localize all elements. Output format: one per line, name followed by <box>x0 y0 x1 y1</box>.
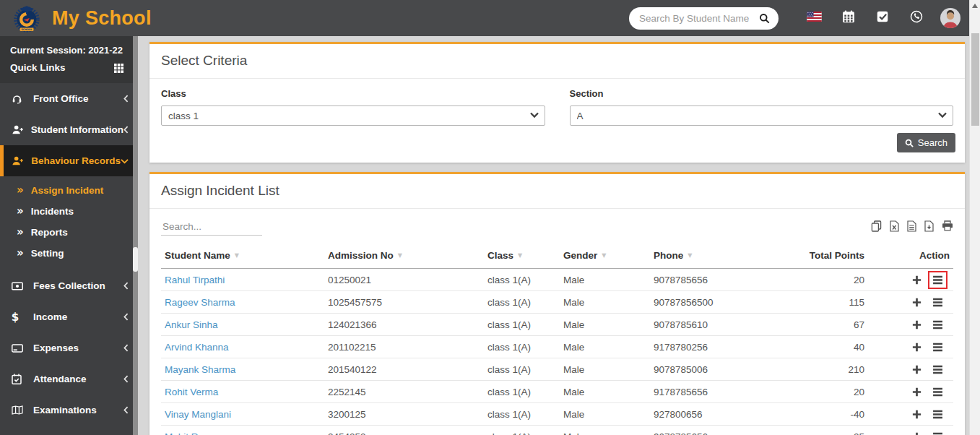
calendar-button[interactable] <box>831 10 865 26</box>
table-row: Rahul Tirpathi01250021class 1(A)Male9078… <box>161 269 953 291</box>
assign-incident-plus-button[interactable] <box>912 298 922 307</box>
action-cell <box>868 358 953 381</box>
export-copy-button[interactable] <box>871 220 882 232</box>
sidebar-item-online-examinations[interactable]: Online Examinations <box>0 426 138 435</box>
incident-menu-button[interactable] <box>932 365 943 374</box>
sidebar-scrollbar-thumb[interactable] <box>133 247 138 272</box>
column-header-admission-no[interactable]: Admission No▼ <box>324 243 484 269</box>
student-search-input[interactable] <box>638 12 759 25</box>
table-row: Rageev Sharma1025457575class 1(A)Male907… <box>161 291 953 314</box>
quick-links-label: Quick Links <box>10 59 66 77</box>
search-button[interactable]: Search <box>897 133 955 152</box>
class-cell: class 1(A) <box>484 381 560 403</box>
student-name-link[interactable]: Rageev Sharma <box>161 291 324 314</box>
chevron-left-icon <box>123 282 129 290</box>
sidebar-item-front-office[interactable]: Front Office <box>0 83 138 114</box>
assign-incident-plus-button[interactable] <box>912 275 922 285</box>
student-name-link[interactable]: Mayank Sharma <box>161 358 324 381</box>
sidebar-item-fees-collection[interactable]: Fees Collection <box>0 270 138 301</box>
total-points-cell: 25 <box>802 426 868 435</box>
class-cell: class 1(A) <box>484 291 560 314</box>
column-header-total-points: Total Points <box>802 243 868 269</box>
table-row: Mayank Sharma201540122class 1(A)Male9078… <box>161 358 953 381</box>
front-office-icon <box>12 93 33 104</box>
student-name-link[interactable]: Arvind Khanna <box>161 336 324 358</box>
incident-menu-button[interactable] <box>932 343 943 352</box>
export-pdf-button[interactable] <box>924 220 934 232</box>
incident-menu-button[interactable] <box>932 320 943 330</box>
action-cell <box>868 314 953 336</box>
student-name-link[interactable]: Rahul Tirpathi <box>161 269 324 291</box>
incident-menu-button[interactable] <box>932 387 943 397</box>
sidebar-subitem-setting[interactable]: »Setting <box>0 243 138 264</box>
assign-incident-plus-button[interactable] <box>912 410 922 419</box>
whatsapp-button[interactable] <box>899 10 933 26</box>
total-points-cell: -40 <box>802 403 868 426</box>
incident-menu-button[interactable] <box>932 410 943 419</box>
app-window: SCHOOL My School Current Session: 2021-2… <box>0 0 980 435</box>
sidebar-subitem-incidents[interactable]: »Incidents <box>0 201 138 222</box>
class-cell: class 1(A) <box>484 314 560 336</box>
assign-incident-plus-button[interactable] <box>912 432 922 435</box>
admission-no-cell: 124021366 <box>324 314 484 336</box>
assign-incident-plus-button[interactable] <box>912 365 922 374</box>
gender-cell: Male <box>560 358 650 381</box>
column-header-student-name[interactable]: Student Name▼ <box>161 243 324 269</box>
sidebar-item-examinations[interactable]: Examinations <box>0 395 138 426</box>
us-flag-button[interactable] <box>797 12 831 25</box>
section-select[interactable]: A <box>570 105 954 126</box>
assign-incident-list-card: Assign Incident List Student Name▼Admiss… <box>149 172 965 435</box>
student-name-link[interactable]: Vinay Manglani <box>161 403 324 426</box>
export-print-button[interactable] <box>942 220 953 232</box>
page-scrollbar-thumb[interactable] <box>971 33 979 126</box>
school-emblem-icon[interactable]: SCHOOL <box>12 3 42 33</box>
table-search-input[interactable] <box>161 218 262 236</box>
admission-no-cell: 201102215 <box>324 336 484 358</box>
assign-incident-list-title: Assign Incident List <box>149 174 965 209</box>
angles-right-icon: » <box>17 248 24 259</box>
page-scrollbar[interactable] <box>969 0 980 435</box>
column-header-phone[interactable]: Phone▼ <box>650 243 802 269</box>
action-cell <box>868 269 953 291</box>
class-cell: class 1(A) <box>484 403 560 426</box>
export-csv-button[interactable] <box>907 220 916 232</box>
sidebar-item-behaviour-records[interactable]: Behaviour Records <box>0 145 138 176</box>
incident-menu-button[interactable] <box>932 298 943 307</box>
export-excel-button[interactable] <box>890 220 899 232</box>
assign-incident-plus-button[interactable] <box>912 343 922 352</box>
student-name-link[interactable]: Rohit Verma <box>161 381 324 403</box>
scroll-up-arrow-icon[interactable] <box>972 4 978 8</box>
calendar-check-icon <box>12 374 33 384</box>
tasks-button[interactable] <box>865 11 899 25</box>
sidebar-item-student-information[interactable]: Student Information <box>0 114 138 145</box>
sidebar-scrollbar[interactable] <box>133 36 138 435</box>
sidebar-item-attendance[interactable]: Attendance <box>0 363 138 395</box>
table-row: Mohit Roy3454353class 1(A)Male9078785656… <box>161 426 953 435</box>
sidebar-subitem-reports[interactable]: »Reports <box>0 222 138 243</box>
sidebar-item-expenses[interactable]: Expenses <box>0 332 138 363</box>
class-select[interactable]: class 1 <box>161 105 545 126</box>
user-avatar-button[interactable] <box>933 8 967 28</box>
assign-incident-plus-button[interactable] <box>912 387 922 397</box>
sidebar-item-income[interactable]: $Income <box>0 301 138 332</box>
sidebar-subitem-assign-incident[interactable]: »Assign Incident <box>0 180 138 201</box>
phone-cell: 9078785610 <box>650 314 802 336</box>
action-cell <box>868 291 953 314</box>
chevron-left-icon <box>123 375 129 383</box>
section-label: Section <box>570 88 954 99</box>
main-content: Select Criteria Class class 1 Section <box>138 36 969 435</box>
search-icon[interactable] <box>759 13 770 24</box>
phone-cell: 9178780256 <box>650 336 802 358</box>
student-name-link[interactable]: Ankur Sinha <box>161 314 324 336</box>
column-header-gender[interactable]: Gender▼ <box>560 243 650 269</box>
grid-icon[interactable] <box>114 64 123 73</box>
assign-incident-plus-button[interactable] <box>912 320 922 330</box>
incident-menu-button[interactable] <box>932 432 943 435</box>
incident-menu-button-highlighted[interactable] <box>932 275 943 285</box>
student-name-link[interactable]: Mohit Roy <box>161 426 324 435</box>
chevron-left-icon <box>123 313 129 321</box>
column-header-class[interactable]: Class▼ <box>484 243 560 269</box>
book-icon <box>12 405 33 415</box>
sort-icon: ▼ <box>602 252 606 259</box>
phone-cell: 9078785656 <box>650 426 802 435</box>
